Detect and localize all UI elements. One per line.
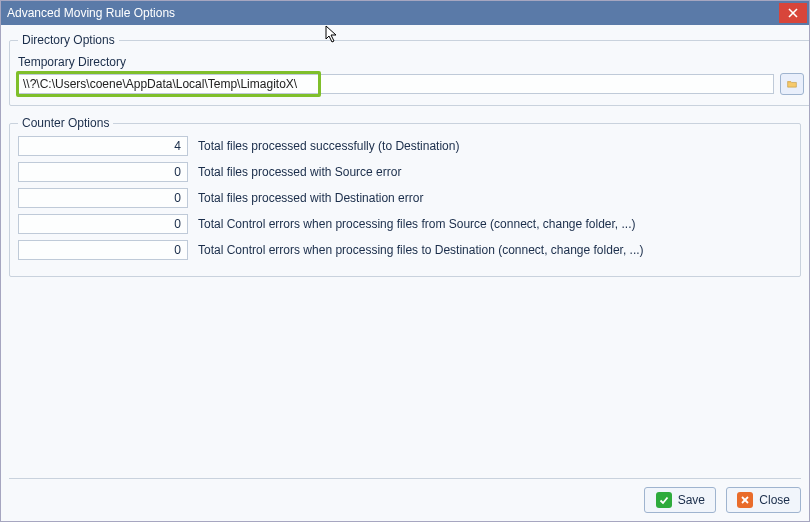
counter-desc: Total Control errors when processing fil…	[198, 217, 636, 231]
counter-desc: Total files processed successfully (to D…	[198, 139, 459, 153]
counter-row: Total files processed with Destination e…	[18, 188, 792, 208]
counter-value-input[interactable]	[18, 162, 188, 182]
counter-value-input[interactable]	[18, 136, 188, 156]
counter-value-input[interactable]	[18, 214, 188, 234]
counter-value-input[interactable]	[18, 188, 188, 208]
close-button-label: Close	[759, 493, 790, 507]
close-icon	[788, 8, 798, 18]
counter-value-input[interactable]	[18, 240, 188, 260]
close-button[interactable]: Close	[726, 487, 801, 513]
counter-options-legend: Counter Options	[18, 116, 113, 130]
counter-desc: Total Control errors when processing fil…	[198, 243, 644, 257]
browse-button[interactable]	[780, 73, 804, 95]
folder-icon	[787, 77, 797, 91]
counter-desc: Total files processed with Destination e…	[198, 191, 423, 205]
directory-options-legend: Directory Options	[18, 33, 119, 47]
save-button-label: Save	[678, 493, 705, 507]
directory-options-group: Directory Options Temporary Directory	[9, 33, 810, 106]
window-close-button[interactable]	[779, 3, 807, 23]
save-button[interactable]: Save	[644, 487, 716, 513]
x-icon	[737, 492, 753, 508]
temp-dir-label: Temporary Directory	[18, 55, 804, 69]
counter-row: Total files processed with Source error	[18, 162, 792, 182]
counter-desc: Total files processed with Source error	[198, 165, 401, 179]
check-icon	[656, 492, 672, 508]
client-area: Directory Options Temporary Directory Co…	[1, 25, 809, 521]
bottom-button-bar: Save Close	[9, 478, 801, 513]
title-bar: Advanced Moving Rule Options	[1, 1, 809, 25]
counter-row: Total files processed successfully (to D…	[18, 136, 792, 156]
counter-row: Total Control errors when processing fil…	[18, 240, 792, 260]
window-title: Advanced Moving Rule Options	[7, 6, 777, 20]
temp-dir-input[interactable]	[18, 74, 774, 94]
counter-row: Total Control errors when processing fil…	[18, 214, 792, 234]
counter-options-group: Counter Options Total files processed su…	[9, 116, 801, 277]
